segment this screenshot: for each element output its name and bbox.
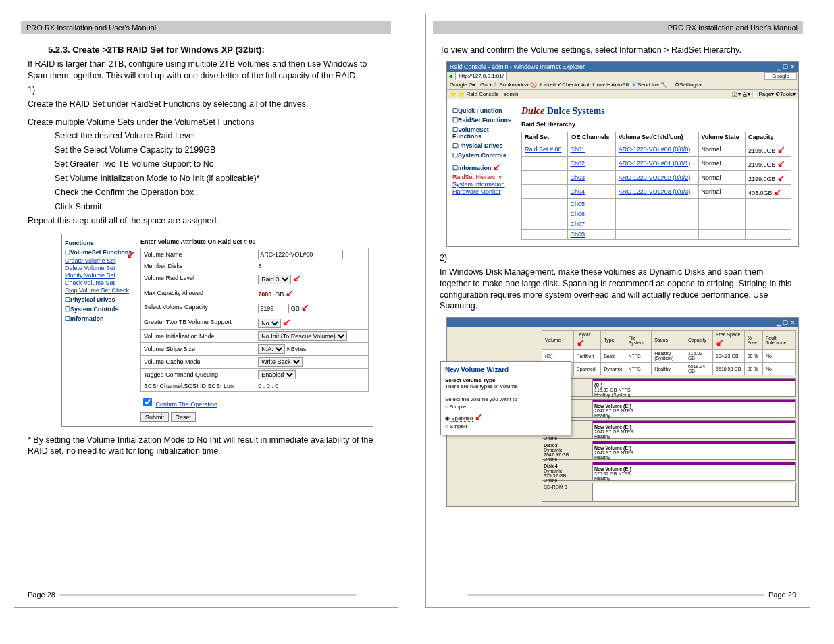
- ie-tabs: ⭐ ⭐ Raid Console - admin 🏠▾ 🖨▾ 📄Page▾ ⚙T…: [447, 90, 798, 99]
- nav-item[interactable]: ☐Quick Function: [452, 107, 517, 114]
- dm-body: VolumeLayout ↙TypeFile SystemStatusCapac…: [447, 327, 798, 506]
- page-footer: Page 29: [467, 591, 796, 599]
- cell: Normal: [698, 156, 745, 170]
- wizard-label: Select the volume you want to: [445, 396, 567, 402]
- nav-item[interactable]: ☐System Controls: [452, 152, 517, 159]
- radio-striped[interactable]: ○ Striped: [445, 423, 567, 429]
- submit-button[interactable]: Submit: [140, 412, 169, 422]
- confirm-label: Confirm The Operation: [156, 401, 217, 408]
- th: Raid Set: [522, 132, 568, 142]
- nav-item[interactable]: ☐RaidSet Functions: [452, 117, 517, 124]
- cell: [745, 229, 791, 239]
- radio-spanned[interactable]: ◉ Spanned ↙: [445, 411, 567, 422]
- cell: [522, 209, 568, 219]
- attr-value: GB ↙: [255, 300, 369, 315]
- search-box[interactable]: Google: [764, 72, 797, 80]
- cell: Normal: [698, 184, 745, 198]
- stripe-select[interactable]: N.A.: [258, 344, 285, 354]
- init-mode-select[interactable]: No Init (To Rescue Volume): [258, 331, 347, 341]
- raid-sidebar: ☐Quick Function ☐RaidSet Functions ☐Volu…: [450, 102, 519, 198]
- attr-label: Greater Two TB Volume Support: [141, 315, 255, 329]
- cell: Ch01: [567, 142, 615, 156]
- attr-label: Volume Initialization Mode: [141, 329, 255, 342]
- cell: ARC-1220-VOL#03 (0/0/3): [615, 184, 698, 198]
- cell: 403.0GB ↙: [745, 184, 791, 198]
- sidebar-link[interactable]: Create Volume Set: [65, 257, 132, 264]
- cell: [698, 198, 745, 209]
- radio-simple[interactable]: ○ Simple: [445, 404, 567, 410]
- window-controls-icon[interactable]: ▁ ☐ ✕: [777, 319, 796, 326]
- raid-level-select[interactable]: Raid 3: [258, 275, 291, 284]
- sidebar-link[interactable]: Stop Volume Set Check: [65, 287, 132, 294]
- cell: [522, 184, 568, 198]
- attr-value: N.A. KBytes: [255, 342, 369, 355]
- attr-label: Member Disks: [141, 261, 255, 271]
- sidebar-link[interactable]: Modify Volume Set: [65, 272, 132, 279]
- reset-button[interactable]: Reset: [171, 412, 197, 422]
- attr-label: Select Volume Capacity: [141, 300, 255, 315]
- sidebar-link[interactable]: Check Volume Set: [65, 279, 132, 286]
- nav-item[interactable]: ☐VolumeSet Functions: [452, 126, 517, 140]
- attr-value: No Init (To Rescue Volume): [255, 329, 369, 342]
- attr-value: 8: [255, 261, 369, 271]
- attr-label: Max Capacity Allowed: [141, 286, 255, 300]
- raid-form-main: Enter Volume Attribute On Raid Set # 00 …: [136, 234, 373, 426]
- tcq-select[interactable]: Enabled: [258, 370, 296, 379]
- cell: Normal: [698, 170, 745, 184]
- attr-value: 7000 GB ↙: [255, 286, 369, 300]
- page-left: PRO RX Installation and User's Manual 5.…: [14, 14, 398, 608]
- capacity-input[interactable]: [258, 304, 289, 313]
- brand-logo: Dulce Dulce Systems: [521, 106, 791, 117]
- cache-select[interactable]: Write Back: [258, 357, 303, 367]
- arrow-icon: ↙: [301, 302, 309, 313]
- section-title: 5.2.3. Create >2TB RAID Set for Windows …: [48, 45, 384, 55]
- th: Volume Set(Ch/Id/Lun): [615, 132, 698, 142]
- raid-main: Dulce Dulce Systems Raid Set Hierarchy R…: [517, 102, 796, 244]
- attr-label: Volume Cache Mode: [141, 355, 255, 368]
- cell: [522, 198, 568, 209]
- url-bar[interactable]: http://127.0.0.1:81/: [455, 72, 507, 80]
- ie-body: ☐Quick Function ☐RaidSet Functions ☐Volu…: [447, 99, 798, 246]
- th: Volume State: [698, 132, 745, 142]
- arrow-icon: ↙: [283, 317, 291, 327]
- rsh-title: Raid Set Hierarchy: [521, 121, 791, 128]
- ie-titlebar: Raid Console - admin - Windows Internet …: [447, 62, 798, 72]
- dm-screenshot: ▁ ☐ ✕ VolumeLayout ↙TypeFile SystemStatu…: [446, 317, 799, 507]
- cell: Ch08: [567, 229, 615, 239]
- cell: Ch06: [567, 209, 615, 219]
- cell: [615, 229, 698, 239]
- cell: Raid Set # 00: [522, 142, 568, 156]
- dm-disk-list: Disk 0Basic115.03 GBOnline(C:)115.03 GB …: [542, 378, 796, 481]
- nav-link[interactable]: Hardware Monitor: [452, 188, 517, 195]
- cell: [522, 156, 568, 170]
- volume-attr-table: Volume Name Member Disks8 Volume Raid Le…: [140, 248, 369, 392]
- page-number: Page 29: [768, 591, 796, 599]
- nav-link[interactable]: System Information: [452, 181, 517, 188]
- vs-line: Set the Select Volume Capacity to 2199GB: [55, 144, 384, 156]
- nav-link[interactable]: RaidSet Hierarchy: [452, 173, 517, 180]
- cell: 2199.0GB ↙: [745, 156, 791, 170]
- nav-item[interactable]: ☐Physical Drives: [452, 142, 517, 149]
- window-controls-icon[interactable]: ▁ ☐ ✕: [777, 63, 796, 70]
- sidebar-link[interactable]: Delete Volume Set: [65, 265, 132, 271]
- arrow-icon: ↙: [127, 249, 135, 260]
- cell: Ch07: [567, 219, 615, 229]
- vs-intro: Create multiple Volume Sets under the Vo…: [28, 117, 384, 128]
- cell: ARC-1220-VOL#00 (0/0/0): [615, 142, 698, 156]
- g2tb-select[interactable]: No: [258, 319, 281, 328]
- attr-label: SCSI Channel:SCSI ID:SCSI Lun: [141, 381, 255, 391]
- attr-label: Volume Name: [141, 248, 255, 261]
- arrow-icon: ↙: [293, 273, 301, 284]
- dm-disk: Disk 0Basic115.03 GBOnline(C:)115.03 GB …: [542, 378, 796, 397]
- cell: [615, 198, 698, 209]
- nav-item[interactable]: ☐Information ↙: [452, 161, 517, 172]
- cell: Ch03: [567, 170, 615, 184]
- volume-name-input[interactable]: [258, 250, 343, 259]
- back-icon[interactable]: ◀: [448, 73, 452, 79]
- step2-label: 2): [440, 252, 796, 264]
- vs-line: Set Volume Initialization Mode to No Ini…: [55, 173, 384, 184]
- form-title: Enter Volume Attribute On Raid Set # 00: [140, 238, 369, 245]
- sidebar-heading: Functions: [65, 240, 132, 246]
- vs-line: Select the desired Volume Raid Level: [55, 130, 384, 142]
- confirm-checkbox[interactable]: [143, 398, 152, 406]
